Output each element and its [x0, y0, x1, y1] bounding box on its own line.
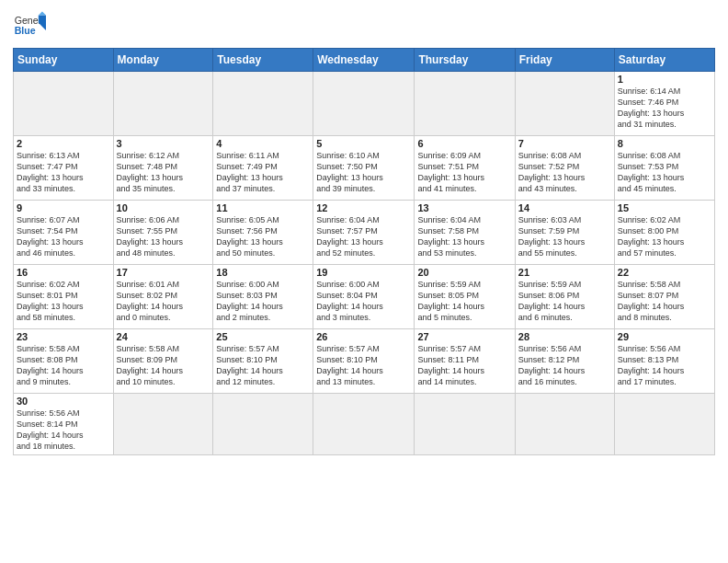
- weekday-header-saturday: Saturday: [614, 49, 714, 72]
- calendar-cell: 21Sunrise: 5:59 AM Sunset: 8:06 PM Dayli…: [515, 265, 614, 329]
- calendar-cell: [313, 394, 415, 455]
- day-number: 7: [518, 138, 611, 149]
- day-number: 10: [117, 202, 210, 213]
- day-info: Sunrise: 6:03 AM Sunset: 7:59 PM Dayligh…: [518, 214, 611, 259]
- day-info: Sunrise: 6:13 AM Sunset: 7:47 PM Dayligh…: [17, 150, 110, 195]
- day-info: Sunrise: 6:04 AM Sunset: 7:58 PM Dayligh…: [417, 214, 511, 259]
- calendar-cell: 18Sunrise: 6:00 AM Sunset: 8:03 PM Dayli…: [213, 265, 313, 329]
- calendar: SundayMondayTuesdayWednesdayThursdayFrid…: [13, 48, 715, 455]
- day-info: Sunrise: 6:00 AM Sunset: 8:04 PM Dayligh…: [316, 279, 411, 324]
- calendar-week-5: 23Sunrise: 5:58 AM Sunset: 8:08 PM Dayli…: [14, 329, 715, 394]
- svg-marker-3: [39, 11, 46, 15]
- calendar-cell: [313, 72, 415, 136]
- calendar-cell: 5Sunrise: 6:10 AM Sunset: 7:50 PM Daylig…: [313, 136, 415, 201]
- calendar-cell: 4Sunrise: 6:11 AM Sunset: 7:49 PM Daylig…: [213, 136, 313, 201]
- day-number: 29: [618, 331, 711, 342]
- day-info: Sunrise: 6:01 AM Sunset: 8:02 PM Dayligh…: [117, 279, 210, 324]
- logo-icon: General Blue: [13, 9, 46, 42]
- weekday-header-monday: Monday: [113, 49, 213, 72]
- calendar-cell: [213, 72, 313, 136]
- weekday-header-sunday: Sunday: [14, 49, 114, 72]
- calendar-week-2: 2Sunrise: 6:13 AM Sunset: 7:47 PM Daylig…: [14, 136, 715, 201]
- calendar-cell: 8Sunrise: 6:08 AM Sunset: 7:53 PM Daylig…: [614, 136, 714, 201]
- calendar-week-1: 1Sunrise: 6:14 AM Sunset: 7:46 PM Daylig…: [14, 72, 715, 136]
- calendar-cell: [213, 394, 313, 455]
- day-info: Sunrise: 6:14 AM Sunset: 7:46 PM Dayligh…: [618, 86, 711, 131]
- calendar-cell: 16Sunrise: 6:02 AM Sunset: 8:01 PM Dayli…: [14, 265, 114, 329]
- day-number: 18: [216, 267, 310, 278]
- day-number: 3: [117, 138, 210, 149]
- day-number: 12: [316, 202, 411, 213]
- logo-area: General Blue: [13, 9, 46, 42]
- calendar-cell: 2Sunrise: 6:13 AM Sunset: 7:47 PM Daylig…: [14, 136, 114, 201]
- day-number: 22: [618, 267, 711, 278]
- day-number: 26: [316, 331, 411, 342]
- calendar-cell: [14, 72, 114, 136]
- calendar-cell: 1Sunrise: 6:14 AM Sunset: 7:46 PM Daylig…: [614, 72, 714, 136]
- day-number: 16: [17, 267, 110, 278]
- calendar-cell: 28Sunrise: 5:56 AM Sunset: 8:12 PM Dayli…: [515, 329, 614, 394]
- calendar-cell: 9Sunrise: 6:07 AM Sunset: 7:54 PM Daylig…: [14, 201, 114, 265]
- day-info: Sunrise: 5:58 AM Sunset: 8:08 PM Dayligh…: [17, 343, 110, 388]
- day-info: Sunrise: 6:00 AM Sunset: 8:03 PM Dayligh…: [216, 279, 310, 324]
- calendar-cell: 7Sunrise: 6:08 AM Sunset: 7:52 PM Daylig…: [515, 136, 614, 201]
- svg-text:Blue: Blue: [15, 25, 36, 36]
- calendar-cell: 6Sunrise: 6:09 AM Sunset: 7:51 PM Daylig…: [415, 136, 515, 201]
- day-number: 4: [216, 138, 310, 149]
- day-info: Sunrise: 6:10 AM Sunset: 7:50 PM Dayligh…: [316, 150, 411, 195]
- day-info: Sunrise: 5:59 AM Sunset: 8:06 PM Dayligh…: [518, 279, 611, 324]
- day-info: Sunrise: 5:57 AM Sunset: 8:11 PM Dayligh…: [417, 343, 511, 388]
- day-info: Sunrise: 6:11 AM Sunset: 7:49 PM Dayligh…: [216, 150, 310, 195]
- calendar-cell: 13Sunrise: 6:04 AM Sunset: 7:58 PM Dayli…: [415, 201, 515, 265]
- day-number: 17: [117, 267, 210, 278]
- calendar-cell: [515, 394, 614, 455]
- calendar-cell: 26Sunrise: 5:57 AM Sunset: 8:10 PM Dayli…: [313, 329, 415, 394]
- day-info: Sunrise: 6:12 AM Sunset: 7:48 PM Dayligh…: [117, 150, 210, 195]
- day-number: 9: [17, 202, 110, 213]
- day-number: 6: [417, 138, 511, 149]
- day-number: 27: [417, 331, 511, 342]
- calendar-cell: 3Sunrise: 6:12 AM Sunset: 7:48 PM Daylig…: [113, 136, 213, 201]
- day-info: Sunrise: 6:02 AM Sunset: 8:00 PM Dayligh…: [618, 214, 711, 259]
- day-number: 25: [216, 331, 310, 342]
- day-info: Sunrise: 6:02 AM Sunset: 8:01 PM Dayligh…: [17, 279, 110, 324]
- day-info: Sunrise: 5:56 AM Sunset: 8:14 PM Dayligh…: [17, 408, 110, 453]
- calendar-week-3: 9Sunrise: 6:07 AM Sunset: 7:54 PM Daylig…: [14, 201, 715, 265]
- calendar-cell: 25Sunrise: 5:57 AM Sunset: 8:10 PM Dayli…: [213, 329, 313, 394]
- calendar-cell: 12Sunrise: 6:04 AM Sunset: 7:57 PM Dayli…: [313, 201, 415, 265]
- calendar-cell: 15Sunrise: 6:02 AM Sunset: 8:00 PM Dayli…: [614, 201, 714, 265]
- day-info: Sunrise: 5:56 AM Sunset: 8:13 PM Dayligh…: [618, 343, 711, 388]
- weekday-header-thursday: Thursday: [415, 49, 515, 72]
- page: General Blue SundayMondayTuesdayWednesda…: [0, 0, 728, 563]
- weekday-header-wednesday: Wednesday: [313, 49, 415, 72]
- weekday-header-tuesday: Tuesday: [213, 49, 313, 72]
- svg-marker-2: [39, 16, 46, 30]
- calendar-cell: 10Sunrise: 6:06 AM Sunset: 7:55 PM Dayli…: [113, 201, 213, 265]
- calendar-cell: [415, 72, 515, 136]
- day-info: Sunrise: 6:04 AM Sunset: 7:57 PM Dayligh…: [316, 214, 411, 259]
- calendar-cell: 30Sunrise: 5:56 AM Sunset: 8:14 PM Dayli…: [14, 394, 114, 455]
- day-number: 11: [216, 202, 310, 213]
- day-info: Sunrise: 5:58 AM Sunset: 8:09 PM Dayligh…: [117, 343, 210, 388]
- weekday-header-friday: Friday: [515, 49, 614, 72]
- day-number: 13: [417, 202, 511, 213]
- day-number: 8: [618, 138, 711, 149]
- day-info: Sunrise: 5:57 AM Sunset: 8:10 PM Dayligh…: [316, 343, 411, 388]
- day-info: Sunrise: 6:07 AM Sunset: 7:54 PM Dayligh…: [17, 214, 110, 259]
- day-number: 20: [417, 267, 511, 278]
- day-number: 21: [518, 267, 611, 278]
- day-number: 5: [316, 138, 411, 149]
- calendar-cell: [515, 72, 614, 136]
- calendar-week-4: 16Sunrise: 6:02 AM Sunset: 8:01 PM Dayli…: [14, 265, 715, 329]
- day-info: Sunrise: 5:58 AM Sunset: 8:07 PM Dayligh…: [618, 279, 711, 324]
- day-info: Sunrise: 5:57 AM Sunset: 8:10 PM Dayligh…: [216, 343, 310, 388]
- day-number: 28: [518, 331, 611, 342]
- day-number: 19: [316, 267, 411, 278]
- calendar-cell: 20Sunrise: 5:59 AM Sunset: 8:05 PM Dayli…: [415, 265, 515, 329]
- calendar-cell: [113, 72, 213, 136]
- day-number: 15: [618, 202, 711, 213]
- calendar-cell: 27Sunrise: 5:57 AM Sunset: 8:11 PM Dayli…: [415, 329, 515, 394]
- calendar-cell: [113, 394, 213, 455]
- calendar-cell: 11Sunrise: 6:05 AM Sunset: 7:56 PM Dayli…: [213, 201, 313, 265]
- weekday-header-row: SundayMondayTuesdayWednesdayThursdayFrid…: [14, 49, 715, 72]
